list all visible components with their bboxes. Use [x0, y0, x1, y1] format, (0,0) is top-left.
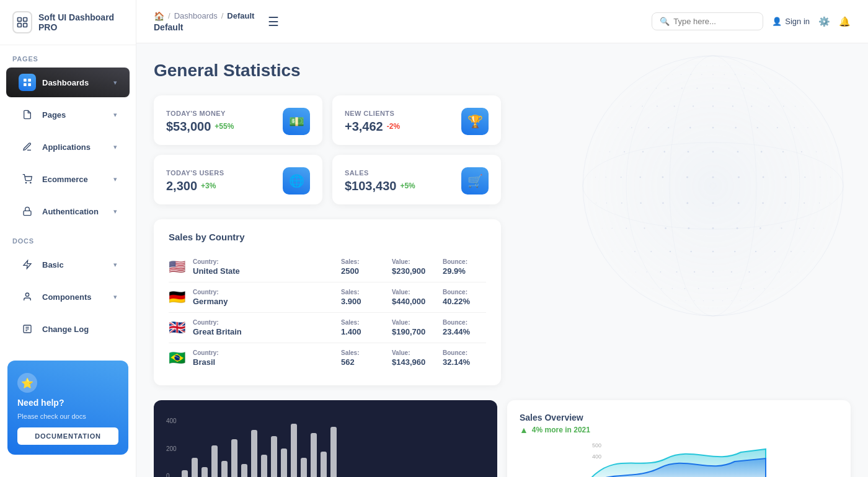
svg-point-20 — [583, 142, 843, 229]
svg-rect-2 — [18, 24, 22, 27]
ecommerce-icon — [19, 170, 36, 188]
svg-point-94 — [823, 228, 824, 229]
sidebar-item-pages[interactable]: Pages ▾ — [6, 100, 130, 129]
svg-point-49 — [712, 288, 714, 289]
country-row: 🇩🇪 Country: Germany Sales: 3.900 Value: … — [169, 282, 486, 313]
page-title: General Statistics — [154, 61, 851, 81]
hamburger-menu[interactable]: ☰ — [264, 11, 283, 33]
globe-decoration: // Dots will be generated by JS below — [496, 43, 868, 353]
svg-point-89 — [737, 227, 738, 229]
page-subtitle: Default — [154, 22, 254, 32]
sidebar-item-basic-label: Basic — [42, 260, 113, 269]
svg-point-106 — [804, 203, 805, 204]
svg-rect-4 — [24, 79, 27, 82]
svg-point-101 — [686, 202, 688, 204]
help-title: Need help? — [17, 398, 64, 408]
svg-point-61 — [694, 271, 695, 273]
svg-point-138 — [826, 152, 826, 152]
sales-label: Sales: — [341, 319, 384, 326]
svg-point-142 — [631, 127, 632, 128]
country-rows-container: 🇺🇸 Country: United State Sales: 2500 Val… — [169, 252, 486, 373]
clients-value: +3,462 — [345, 120, 383, 134]
sidebar-item-dashboards[interactable]: Dashboards ▾ — [6, 68, 130, 97]
svg-point-147 — [735, 127, 737, 129]
home-icon[interactable]: 🏠 — [154, 11, 164, 21]
svg-point-45 — [661, 288, 662, 289]
sidebar-item-authentication[interactable]: Authentication ▾ — [6, 196, 130, 226]
svg-point-140 — [609, 128, 609, 128]
y-label-0: 0 — [166, 473, 177, 477]
stat-value-users: 2,300 +3% — [166, 179, 224, 193]
sidebar-item-components[interactable]: Components ▾ — [6, 282, 130, 312]
svg-point-161 — [751, 105, 752, 107]
bar — [311, 433, 317, 477]
value-amount: $230,900 — [392, 266, 435, 276]
app-title: Soft UI Dashboard PRO — [38, 12, 123, 32]
svg-point-43 — [647, 289, 647, 289]
dashboards-chevron-icon: ▾ — [113, 79, 117, 87]
country-label: Country: — [193, 349, 334, 356]
sales-overview-chart: 500 400 — [520, 440, 838, 477]
sidebar-item-ecommerce[interactable]: Ecommerce ▾ — [6, 164, 130, 194]
sidebar-item-basic[interactable]: Basic ▾ — [6, 250, 130, 279]
svg-point-58 — [646, 271, 647, 272]
svg-point-41 — [753, 300, 754, 301]
bar-chart-bars — [182, 418, 337, 477]
svg-point-50 — [727, 288, 728, 289]
country-flag: 🇧🇷 — [169, 350, 185, 366]
sidebar-item-applications[interactable]: Applications ▾ — [6, 132, 130, 162]
search-icon: 🔍 — [660, 17, 670, 26]
value-label: Value: — [392, 349, 435, 356]
svg-point-168 — [656, 88, 657, 89]
sales-icon-wrap: 🛒 — [461, 167, 489, 195]
svg-point-56 — [628, 272, 629, 273]
stats-grid: Today's Money $53,000 +55% 💵 New Clients… — [154, 95, 501, 204]
svg-point-178 — [786, 88, 786, 89]
sidebar-item-ecommerce-label: Ecommerce — [42, 175, 113, 184]
sales-change: +5% — [400, 182, 415, 190]
users-icon-wrap: 🌐 — [283, 167, 310, 195]
country-flag: 🇺🇸 — [169, 259, 185, 275]
svg-point-163 — [783, 106, 784, 107]
svg-point-96 — [596, 203, 596, 203]
content-area: // Dots will be generated by JS below Ge… — [136, 43, 868, 477]
users-change: +3% — [201, 182, 216, 190]
svg-point-9 — [30, 182, 31, 183]
value-amount: $440,000 — [392, 297, 435, 306]
documentation-button[interactable]: DOCUMENTATION — [17, 427, 118, 445]
header-right: 🔍 👤 Sign in ⚙️ 🔔 — [652, 12, 851, 30]
bounce-rate: 32.14% — [443, 357, 486, 367]
svg-text:500: 500 — [592, 442, 601, 449]
svg-point-31 — [673, 300, 673, 301]
svg-point-63 — [731, 271, 732, 273]
svg-text:400: 400 — [592, 453, 601, 460]
applications-icon — [19, 138, 36, 155]
settings-icon[interactable]: ⚙️ — [818, 16, 830, 27]
svg-point-70 — [622, 251, 622, 252]
svg-point-117 — [712, 177, 714, 178]
svg-point-34 — [694, 300, 694, 301]
country-label: Country: — [193, 289, 334, 295]
svg-point-64 — [749, 271, 750, 273]
money-icon: 💵 — [289, 114, 304, 129]
notification-icon[interactable]: 🔔 — [839, 16, 851, 27]
svg-point-104 — [762, 202, 764, 204]
search-box[interactable]: 🔍 — [652, 12, 763, 30]
value-amount: $190,700 — [392, 327, 435, 336]
bar — [241, 464, 247, 477]
svg-point-38 — [732, 300, 732, 301]
sidebar-item-changelog[interactable]: Change Log — [6, 314, 130, 344]
sidebar-item-authentication-label: Authentication — [42, 207, 113, 216]
sign-in-button[interactable]: 👤 Sign in — [772, 17, 810, 26]
country-name-col: Country: United State — [193, 258, 334, 276]
svg-point-103 — [738, 202, 740, 204]
breadcrumb-dashboards[interactable]: Dashboards — [174, 11, 218, 20]
bar — [281, 449, 287, 477]
svg-point-36 — [712, 300, 713, 301]
svg-point-123 — [830, 177, 831, 178]
money-change: +55% — [215, 122, 234, 131]
main-area: 🏠 / Dashboards / Default Default ☰ 🔍 👤 S… — [136, 0, 868, 477]
svg-point-37 — [722, 300, 723, 301]
search-input[interactable] — [673, 17, 755, 26]
svg-point-165 — [803, 106, 804, 107]
